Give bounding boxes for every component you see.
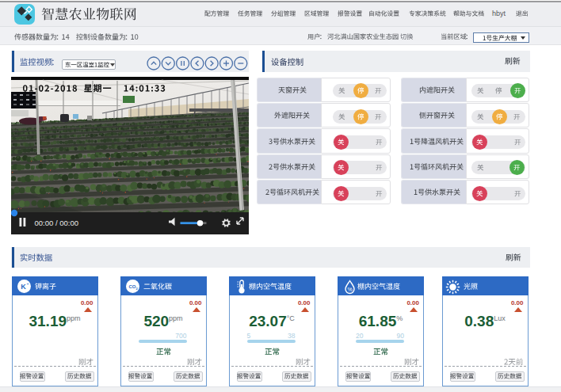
svg-text:00:00 / 00:00: 00:00 / 00:00 [35, 219, 78, 227]
svg-text:%: % [347, 286, 352, 291]
svg-text:K: K [21, 283, 26, 291]
svg-text:+: + [26, 281, 29, 286]
